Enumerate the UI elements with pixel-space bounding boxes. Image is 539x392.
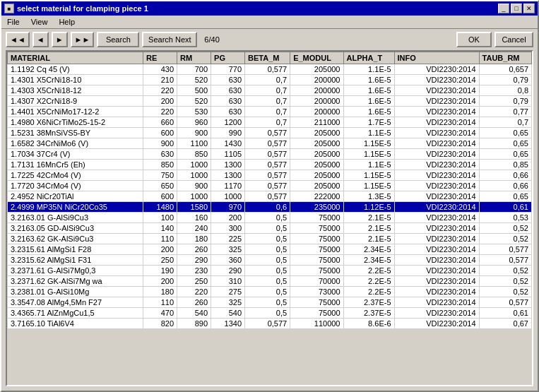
table-cell: 1480	[143, 202, 177, 213]
table-row[interactable]: 1.4301 X5CrNi18-102105206300,72000001.6E…	[8, 75, 532, 85]
table-row[interactable]: 3.2315.62 AlMgSi1 F312502903600,5750002.…	[8, 255, 532, 266]
table-row[interactable]: 3.7165.10 TiAl6V482089013400,5771100008.…	[8, 319, 532, 329]
table-row[interactable]: 3.2315.61 AlMgSi1 F282002603250,5750002.…	[8, 244, 532, 255]
table-cell: 75000	[290, 234, 343, 244]
menu-help[interactable]: Help	[56, 17, 78, 27]
table-cell: 0,52	[479, 234, 531, 244]
table-cell: 200000	[290, 107, 343, 117]
table-cell: VDI2230:2014	[394, 96, 479, 107]
table-row[interactable]: 3.2163.01 G-AlSi9Cu31001602000,5750002.1…	[8, 213, 532, 223]
menu-file[interactable]: File	[4, 17, 23, 27]
table-cell: 75000	[290, 297, 343, 308]
maximize-button[interactable]: □	[511, 4, 522, 13]
menu-view[interactable]: View	[28, 17, 51, 27]
table-cell: 200000	[290, 75, 343, 85]
title-bar-left: ■ select material for clamping piece 1	[4, 4, 148, 13]
cancel-button[interactable]: Cancel	[494, 32, 533, 47]
table-cell: 1.4303 X5CrNi18-12	[8, 85, 143, 96]
table-cell: 75000	[290, 213, 343, 223]
close-button[interactable]: ✕	[523, 4, 535, 13]
table-cell: 1000	[211, 191, 245, 202]
prev-button[interactable]: ◄	[32, 32, 49, 47]
table-cell: 0,577	[245, 170, 290, 181]
table-cell: VDI2230:2014	[394, 128, 479, 138]
table-cell: 3.2371.62 GK-AlSi7Mg wa	[8, 276, 143, 287]
table-cell: 0,67	[479, 319, 531, 329]
table-header-row: MATERIAL RE RM PG BETA_M E_MODUL ALPHA_T…	[8, 52, 532, 64]
table-row[interactable]: 3.2371.62 GK-AlSi7Mg wa2002503100,570000…	[8, 276, 532, 287]
table-cell: 0,5	[245, 276, 290, 287]
table-cell: 2.37E-5	[343, 297, 394, 308]
next-button[interactable]: ►	[52, 32, 68, 47]
table-cell: 0,7	[245, 96, 290, 107]
table-cell: 160	[177, 213, 211, 223]
table-cell: 3.7165.10 TiAl6V4	[8, 319, 143, 329]
table-row[interactable]: 1.7225 42CrMo4 (V)750100013000,577205000…	[8, 170, 532, 181]
table-row[interactable]: 1.7131 16MnCr5 (Eh)850100013000,57720500…	[8, 160, 532, 170]
table-cell: 0,577	[245, 181, 290, 191]
table-cell: 1.15E-5	[343, 170, 394, 181]
table-cell: 75000	[290, 266, 343, 276]
table-wrapper[interactable]: MATERIAL RE RM PG BETA_M E_MODUL ALPHA_T…	[7, 52, 532, 385]
table-cell: 75000	[290, 308, 343, 319]
table-cell: 900	[177, 128, 211, 138]
table-row[interactable]: 3.3547.08 AlMg4,5Mn F271102603250,575000…	[8, 297, 532, 308]
table-cell: 250	[177, 276, 211, 287]
table-row[interactable]: 3.2371.61 G-AlSi7Mg0,31902302900,5750002…	[8, 266, 532, 276]
table-row[interactable]: 1.4307 X2CrNi18-92005206300,72000001.6E-…	[8, 96, 532, 107]
table-row[interactable]: 1.7034 37Cr4 (V)63085011050,5772050001.1…	[8, 149, 532, 160]
table-cell: 100	[143, 213, 177, 223]
table-cell: 1.4307 X2CrNi18-9	[8, 96, 143, 107]
table-cell: 1.3E-5	[343, 191, 394, 202]
table-cell: VDI2230:2014	[394, 75, 479, 85]
table-cell: 2.4952 NiCr20TiAl	[8, 191, 143, 202]
table-cell: 220	[177, 287, 211, 297]
table-row[interactable]: 1.4401 X5CrNiMo17-12-22205306300,7200000…	[8, 107, 532, 117]
table-cell: 820	[143, 319, 177, 329]
table-cell: 1.7720 34CrMo4 (V)	[8, 181, 143, 191]
table-cell: 1.12E-5	[343, 202, 394, 213]
table-cell: 290	[211, 266, 245, 276]
table-cell: 1.1E-5	[343, 128, 394, 138]
table-cell: 990	[211, 128, 245, 138]
table-cell: 75000	[290, 223, 343, 234]
first-button[interactable]: ◄◄	[6, 32, 30, 47]
table-cell: 1.1192 Cq 45 (V)	[8, 64, 143, 75]
last-button[interactable]: ►►	[71, 32, 95, 47]
table-row[interactable]: 2.4952 NiCr20TiAl600100010000,5772220001…	[8, 191, 532, 202]
minimize-button[interactable]: _	[498, 4, 509, 13]
table-cell: VDI2230:2014	[394, 255, 479, 266]
table-cell: 650	[143, 181, 177, 191]
material-table: MATERIAL RE RM PG BETA_M E_MODUL ALPHA_T…	[7, 52, 532, 329]
table-row[interactable]: 1.4303 X5CrNi18-122205006300,72000001.6E…	[8, 85, 532, 96]
table-cell: 630	[211, 85, 245, 96]
table-row[interactable]: 2.4999 MP35N NiCr20Co35148015809700,6235…	[8, 202, 532, 213]
search-button[interactable]: Search	[97, 32, 139, 47]
table-row[interactable]: 1.6582 34CrNiMo6 (V)900110014300,5772050…	[8, 138, 532, 149]
table-cell: 205000	[290, 64, 343, 75]
table-cell: 0,7	[245, 117, 290, 128]
table-cell: 1.7034 37Cr4 (V)	[8, 149, 143, 160]
table-row[interactable]: 1.7720 34CrMo4 (V)65090011700,5772050001…	[8, 181, 532, 191]
table-cell: 3.3547.08 AlMg4,5Mn F27	[8, 297, 143, 308]
table-row[interactable]: 3.2163.05 GD-AlSi9Cu31402403000,5750002.…	[8, 223, 532, 234]
table-cell: 0,79	[479, 96, 531, 107]
table-cell: VDI2230:2014	[394, 191, 479, 202]
table-cell: 2.4999 MP35N NiCr20Co35	[8, 202, 143, 213]
col-pg: PG	[211, 52, 245, 64]
search-next-button[interactable]: Search Next	[142, 32, 197, 47]
table-row[interactable]: 3.2163.62 GK-AlSi9Cu31101802250,5750002.…	[8, 234, 532, 244]
table-cell: 0,577	[245, 64, 290, 75]
table-cell: 260	[177, 297, 211, 308]
table-cell: VDI2230:2014	[394, 276, 479, 287]
table-cell: 1300	[211, 170, 245, 181]
table-cell: 3.2163.01 G-AlSi9Cu3	[8, 213, 143, 223]
table-row[interactable]: 3.4365.71 AlZnMgCu1,54705405400,5750002.…	[8, 308, 532, 319]
table-row[interactable]: 1.1192 Cq 45 (V)4307007700,5772050001.1E…	[8, 64, 532, 75]
ok-button[interactable]: OK	[456, 32, 492, 47]
table-row[interactable]: 3.2381.01 G-AlSi10Mg1802202750,5730002.2…	[8, 287, 532, 297]
table-cell: 630	[211, 107, 245, 117]
table-row[interactable]: 1.4980 X6NiCrTiMo25-15-266096012000,7211…	[8, 117, 532, 128]
table-cell: 0,657	[479, 64, 531, 75]
table-row[interactable]: 1.5231 38MnSiVS5-BY6009009900,5772050001…	[8, 128, 532, 138]
